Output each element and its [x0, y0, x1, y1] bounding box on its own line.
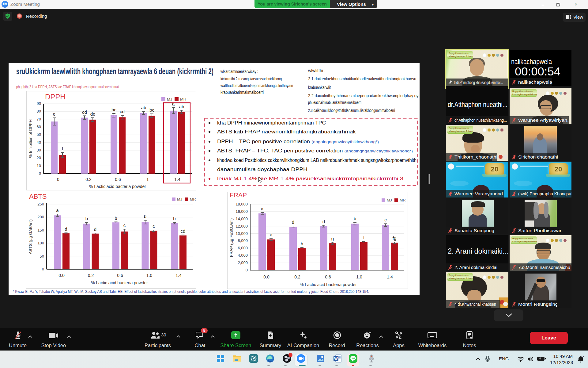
svg-text:c: c [153, 224, 155, 229]
svg-text:h: h [301, 241, 303, 246]
svg-text:DPPH: DPPH [45, 93, 66, 101]
svg-text:20: 20 [37, 155, 41, 160]
svg-text:c: c [123, 223, 126, 228]
svg-text:MR: MR [400, 198, 405, 202]
svg-text:4,000: 4,000 [238, 253, 248, 258]
svg-text:0: 0 [42, 267, 44, 271]
svg-text:ABTS (µg GAE/ml): ABTS (µg GAE/ml) [28, 219, 33, 254]
svg-text:1.4: 1.4 [175, 273, 182, 278]
svg-text:b: b [173, 216, 175, 221]
svg-text:ABTS: ABTS [29, 193, 47, 200]
svg-text:MR: MR [190, 197, 196, 201]
svg-text:30: 30 [37, 148, 41, 152]
svg-text:c: c [384, 217, 387, 222]
svg-text:14,000: 14,000 [236, 217, 248, 221]
svg-text:bc: bc [111, 107, 116, 112]
svg-text:bc: bc [149, 107, 154, 113]
svg-text:80: 80 [37, 109, 41, 113]
svg-text:g: g [331, 236, 334, 241]
svg-text:d: d [322, 219, 325, 224]
svg-text:0.2: 0.2 [85, 177, 92, 182]
svg-text:0.6: 0.6 [325, 274, 331, 279]
svg-text:MJ: MJ [167, 97, 172, 102]
svg-text:MJ: MJ [387, 198, 392, 202]
svg-text:10,000: 10,000 [236, 231, 248, 236]
svg-text:% Lactic acid bacteria powder: % Lactic acid bacteria powder [300, 282, 357, 287]
svg-text:FRAP (µg FeSO₄/ml): FRAP (µg FeSO₄/ml) [229, 218, 234, 257]
svg-text:200: 200 [37, 215, 44, 219]
svg-text:0.0: 0.0 [58, 273, 65, 278]
svg-text:cd: cd [181, 228, 186, 234]
svg-text:z: z [583, 356, 584, 358]
svg-text:8,000: 8,000 [238, 238, 248, 243]
svg-text:0.6: 0.6 [117, 273, 123, 278]
svg-text:60: 60 [37, 125, 41, 129]
svg-text:0.2: 0.2 [88, 273, 94, 278]
svg-text:a: a [172, 101, 175, 106]
svg-text:fg: fg [393, 236, 397, 241]
svg-text:6,000: 6,000 [238, 246, 248, 250]
svg-text:1.0: 1.0 [146, 273, 153, 278]
svg-text:a: a [56, 208, 59, 213]
svg-text:150: 150 [37, 228, 44, 232]
svg-text:d: d [292, 220, 294, 225]
svg-text:b: b [115, 216, 117, 221]
svg-text:b: b [85, 216, 88, 221]
svg-text:MR: MR [180, 97, 186, 102]
svg-text:90: 90 [37, 101, 41, 106]
svg-text:0: 0 [57, 177, 59, 182]
svg-text:50: 50 [37, 132, 41, 137]
svg-text:LINE: LINE [351, 357, 356, 359]
svg-text:1.4: 1.4 [387, 274, 393, 279]
svg-text:ab: ab [141, 105, 146, 110]
svg-text:250: 250 [37, 202, 44, 206]
svg-text:0.2: 0.2 [294, 274, 300, 279]
svg-text:b: b [144, 214, 146, 219]
svg-text:FRAP: FRAP [230, 192, 247, 198]
svg-text:12,000: 12,000 [236, 224, 248, 228]
svg-text:50: 50 [40, 254, 44, 259]
svg-text:1.4: 1.4 [174, 177, 180, 182]
svg-text:40: 40 [37, 140, 41, 145]
svg-text:% Lactic acid bacteria powder: % Lactic acid bacteria powder [91, 280, 148, 285]
svg-text:1: 1 [146, 177, 149, 182]
svg-text:e: e [270, 232, 272, 237]
svg-text:MJ: MJ [177, 197, 182, 201]
svg-text:0.0: 0.0 [263, 274, 270, 279]
svg-text:b: b [354, 216, 356, 221]
svg-text:e: e [53, 111, 55, 117]
svg-text:% Lactic acid bacteria powder: % Lactic acid bacteria powder [89, 184, 146, 189]
svg-text:d: d [94, 227, 96, 232]
svg-text:16,000: 16,000 [236, 209, 248, 214]
svg-text:0: 0 [39, 171, 41, 176]
svg-text:W: W [334, 357, 338, 361]
svg-text:cd: cd [120, 109, 125, 114]
svg-text:70: 70 [37, 117, 41, 121]
svg-text:d: d [65, 226, 67, 232]
svg-text:1.0: 1.0 [356, 274, 362, 279]
svg-text:0.6: 0.6 [115, 177, 121, 182]
svg-text:ab: ab [179, 104, 184, 109]
svg-text:2,000: 2,000 [238, 260, 248, 265]
svg-text:0: 0 [246, 268, 248, 272]
svg-text:% Inhibition of DPPH: % Inhibition of DPPH [28, 119, 33, 158]
svg-text:18,000: 18,000 [236, 202, 248, 206]
svg-text:a: a [261, 206, 264, 211]
svg-text:100: 100 [37, 241, 44, 245]
svg-text:cd: cd [82, 109, 87, 115]
svg-text:de: de [90, 111, 96, 117]
svg-text:10: 10 [37, 163, 41, 168]
